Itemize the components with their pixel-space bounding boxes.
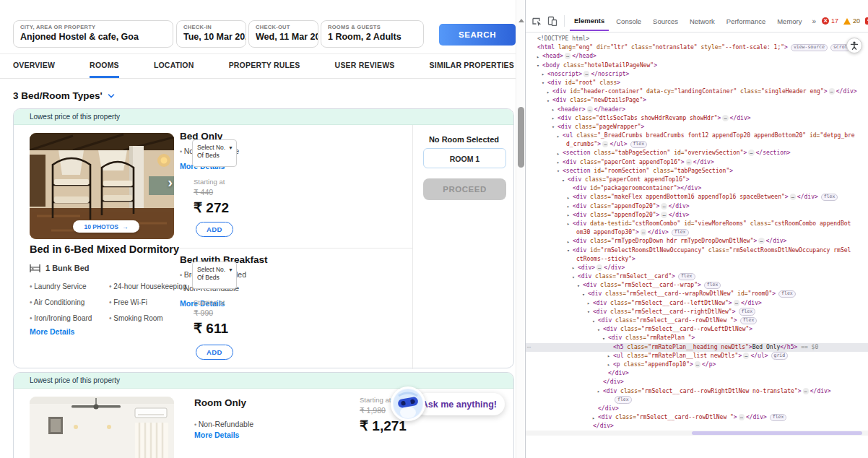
- expand-arrow-open-icon[interactable]: ▾: [567, 246, 570, 255]
- expand-arrow-open-icon[interactable]: ▾: [572, 273, 575, 282]
- collapsed-ellipsis-icon[interactable]: …: [695, 361, 700, 368]
- tab-rooms[interactable]: ROOMS: [90, 61, 119, 78]
- devtools-tree-line[interactable]: </div>: [526, 369, 868, 378]
- devtools-tree-line[interactable]: ▸<ul class="_BreadCrumbs breadCrumbs fon…: [526, 131, 868, 140]
- devtools-tree-line[interactable]: <!DOCTYPE html>: [526, 35, 868, 43]
- city-field[interactable]: CITY, AREA OR PROPERTY Anjoned Hostel & …: [13, 20, 173, 48]
- devtools-hscrollbar[interactable]: [526, 431, 868, 436]
- room-1-selector[interactable]: ROOM 1: [423, 148, 506, 168]
- devtools-tree-line[interactable]: ▸<div id="header-container" data-cy="lan…: [526, 87, 868, 96]
- expand-arrow-closed-icon[interactable]: ▸: [552, 105, 555, 114]
- plan-more-details-link[interactable]: More Details: [194, 431, 239, 439]
- devtools-tree-line[interactable]: ▸<div class="paperCont appendTop16">…</d…: [526, 158, 868, 167]
- photos-count-button[interactable]: 10 PHOTOS →: [73, 220, 139, 233]
- devtools-tree-line[interactable]: ▾<div class="rmSelect__card--rowDtlNew "…: [526, 316, 868, 325]
- collapsed-ellipsis-icon[interactable]: …: [587, 106, 593, 113]
- expand-arrow-closed-icon[interactable]: ▸: [552, 114, 555, 123]
- expand-arrow-open-icon[interactable]: ▾: [602, 334, 605, 343]
- devtools-tree-line[interactable]: ▸<div class="appendTop20">…</div>: [526, 202, 868, 211]
- devtools-tree-line[interactable]: ▾<div class="rmSelect__card--rightDtlNew…: [526, 308, 868, 316]
- collapsed-ellipsis-icon[interactable]: …: [602, 141, 608, 147]
- collapsed-ellipsis-icon[interactable]: …: [829, 88, 835, 95]
- devtools-tree-line[interactable]: ▸<header>…</header>: [526, 105, 868, 114]
- expand-arrow-open-icon[interactable]: ▾: [537, 61, 539, 70]
- devtools-tree-line[interactable]: ▾<div class="rmRatePlan ">: [526, 334, 868, 342]
- expand-arrow-closed-icon[interactable]: ▸: [607, 360, 610, 369]
- expand-arrow-closed-icon[interactable]: ▸: [567, 202, 570, 211]
- chat-widget[interactable]: Ask me anything!: [391, 386, 506, 423]
- devtools-tree-line[interactable]: <html lang="eng" dir="ltr" class="notran…: [526, 43, 868, 52]
- devtools-tree-line[interactable]: ▸<p class="appendTop10">…</p>: [526, 360, 868, 369]
- devtools-tree-line[interactable]: ▸<div class="appendTop20">…</div>: [526, 211, 868, 220]
- devtools-badge[interactable]: grid: [771, 352, 789, 360]
- expand-arrow-closed-icon[interactable]: ▸: [537, 53, 539, 61]
- page-scrollbar[interactable]: [516, 0, 525, 458]
- devtools-tree-line[interactable]: ▾<div class="paperCont appendTop16">: [526, 176, 868, 184]
- devtools-tree-line[interactable]: d_crumbs">…</ul>flex: [526, 140, 868, 149]
- devtools-tree-line[interactable]: ▾<div class="rmSelect__card">flex: [526, 272, 868, 281]
- collapsed-ellipsis-icon[interactable]: …: [722, 115, 728, 121]
- devtools-tab-performance[interactable]: Performance: [722, 12, 770, 30]
- devtools-tree-line[interactable]: ▸<div class="rmSelect__card--rowDtlNew "…: [526, 413, 868, 422]
- devtools-tree-line[interactable]: ▸<div class="makeFlex appendBottom16 app…: [526, 193, 868, 202]
- devtools-tree-line[interactable]: ▸<div class="rmSelect__card--rowRightDtl…: [526, 387, 868, 396]
- search-button[interactable]: SEARCH: [439, 24, 516, 46]
- photo-next-arrow[interactable]: ›: [168, 175, 173, 189]
- devtools-badge[interactable]: view-source: [791, 44, 828, 52]
- issues-badge[interactable]: 1: [865, 17, 868, 25]
- add-button[interactable]: ADD: [196, 222, 233, 237]
- devtools-tree-line[interactable]: ▸<section class="tabPageSection" id="ove…: [526, 149, 868, 157]
- expand-arrow-closed-icon[interactable]: ▸: [607, 352, 610, 360]
- expand-arrow-closed-icon[interactable]: ▸: [547, 88, 550, 97]
- scrollbar-up-arrow-icon[interactable]: [518, 19, 524, 22]
- devtools-tree-line[interactable]: ▾<div class="rmSelect__card--wrapRowDtlN…: [526, 290, 868, 298]
- checkout-field[interactable]: CHECK-OUT Wed, 11 Mar 2026: [248, 20, 318, 48]
- tab-overview[interactable]: OVERVIEW: [13, 61, 55, 78]
- devtools-tree-line[interactable]: ▸<ul class="rmRatePlan__list newDtls">…<…: [526, 352, 868, 360]
- tab-location[interactable]: LOCATION: [154, 61, 194, 78]
- expand-arrow-closed-icon[interactable]: ▸: [567, 220, 570, 228]
- devtools-badge[interactable]: flex: [672, 229, 689, 237]
- collapsed-ellipsis-icon[interactable]: …: [686, 159, 692, 165]
- devtools-tree-line[interactable]: ▸<div>…</div>: [526, 264, 868, 272]
- devtools-tree-line[interactable]: ▸<div class="dtlsSecTabs showHdrRevamp s…: [526, 114, 868, 123]
- devtools-tree-line[interactable]: ▾<div class="newDtailsPage">: [526, 96, 868, 105]
- devtools-tab-sources[interactable]: Sources: [648, 12, 682, 30]
- warning-badge[interactable]: 20: [843, 17, 860, 25]
- devtools-tree-line[interactable]: ▸<noscript>…</noscript>: [526, 70, 868, 79]
- devtools-tree-line[interactable]: ctRooms--sticky">: [526, 255, 868, 264]
- tab-similar-properties[interactable]: SIMILAR PROPERTIES: [430, 61, 514, 78]
- devtools-tree-line[interactable]: </div>: [526, 405, 868, 413]
- devtools-badge[interactable]: flex: [630, 141, 648, 149]
- selected-node-gutter-icon[interactable]: ⋯: [527, 343, 531, 352]
- collapsed-ellipsis-icon[interactable]: …: [641, 229, 646, 236]
- ask-me-anything-pill[interactable]: Ask me anything!: [415, 393, 505, 415]
- error-badge[interactable]: ✕ 17: [822, 17, 838, 25]
- expand-arrow-closed-icon[interactable]: ▸: [567, 238, 570, 246]
- collapsed-ellipsis-icon[interactable]: …: [596, 264, 602, 271]
- devtools-tree-line[interactable]: ▾<div class="rmSelect__card--rowLeftDtlN…: [526, 325, 868, 334]
- room-photo[interactable]: 10 PHOTOS → ›: [30, 133, 174, 239]
- chevron-down-icon[interactable]: [108, 92, 115, 100]
- expand-arrow-open-icon[interactable]: ▾: [577, 282, 580, 290]
- expand-arrow-open-icon[interactable]: ▾: [597, 326, 600, 334]
- devtools-tree-line[interactable]: ▾<div id="rmSelectRoomsDtlNewOccupancy" …: [526, 246, 868, 255]
- collapsed-ellipsis-icon[interactable]: …: [661, 212, 667, 218]
- devtools-badge[interactable]: flex: [704, 282, 721, 290]
- expand-arrow-closed-icon[interactable]: ▸: [597, 387, 600, 396]
- devtools-tree-line[interactable]: ▾<div class="rmSelect__card--wrap">flex: [526, 281, 868, 290]
- collapsed-ellipsis-icon[interactable]: …: [803, 388, 809, 394]
- devtools-badge[interactable]: flex: [615, 396, 632, 404]
- devtools-tree-line[interactable]: ▸<div class="rmSelect__card--leftDtlNew"…: [526, 299, 868, 308]
- devtools-tree-line[interactable]: ▾<div id="root" class>: [526, 79, 868, 87]
- devtools-tab-elements[interactable]: Elements: [570, 11, 609, 31]
- devtools-tree-line[interactable]: ▸<div data-testid="cstRoomCombo" id="vie…: [526, 220, 868, 228]
- more-tabs-icon[interactable]: »: [810, 17, 820, 25]
- devtools-badge[interactable]: flex: [740, 317, 758, 325]
- tab-property-rules[interactable]: PROPERTY RULES: [229, 61, 300, 78]
- expand-arrow-open-icon[interactable]: ▾: [582, 290, 585, 299]
- expand-arrow-open-icon[interactable]: ▾: [557, 167, 560, 176]
- tab-user-reviews[interactable]: USER REVIEWS: [335, 61, 395, 78]
- devtools-tree-line[interactable]: ▾<section id="roomSection" class="tabPag…: [526, 167, 868, 176]
- collapsed-ellipsis-icon[interactable]: …: [758, 238, 764, 244]
